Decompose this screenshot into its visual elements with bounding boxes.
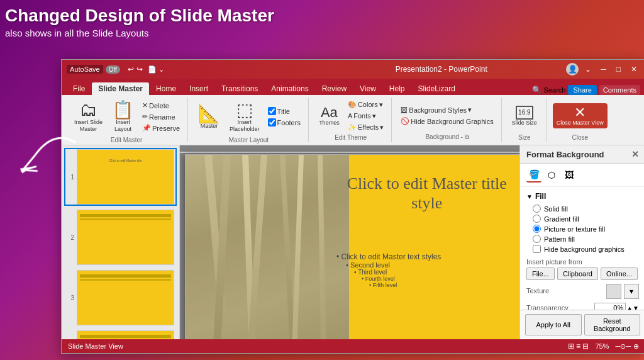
ribbon-group-size: 16:9 Slide Size Size bbox=[503, 98, 547, 142]
hide-bg-btn[interactable]: 🚫 Hide Background Graphics bbox=[398, 116, 496, 127]
share-button[interactable]: Share bbox=[568, 85, 596, 95]
clipboard-btn[interactable]: Clipboard bbox=[557, 267, 598, 280]
pattern-fill-option[interactable]: Pattern fill bbox=[533, 235, 639, 243]
background-dialog-icon[interactable]: ⧉ bbox=[465, 133, 469, 140]
slide-thumb-2[interactable]: 2 bbox=[64, 208, 177, 266]
gradient-fill-option[interactable]: Gradient fill bbox=[533, 215, 639, 223]
edit-theme-label: Edit Theme bbox=[335, 134, 367, 141]
theme-options-col: 🎨 Colors ▾ A Fonts ▾ ✨ Effects ▾ bbox=[345, 99, 386, 133]
annotation-title: Changed Design of Slide Master bbox=[5, 5, 274, 26]
fill-icon[interactable]: 🪣 bbox=[526, 167, 541, 183]
search-label[interactable]: Search bbox=[544, 86, 566, 94]
texture-options-btn[interactable]: ▾ bbox=[624, 284, 639, 299]
transparency-spinner[interactable]: ▲▼ bbox=[626, 305, 639, 310]
hide-bg-label: Hide Background Graphics bbox=[411, 118, 493, 125]
slide-title-area[interactable]: Click to edit Master title style bbox=[330, 174, 519, 213]
slide-thumb-4[interactable]: 4 bbox=[64, 329, 177, 339]
slide-canvas[interactable]: Click to edit Master title style Click t… bbox=[185, 154, 519, 339]
slide-thumb-3[interactable]: 3 bbox=[64, 269, 177, 327]
slide-size-btn[interactable]: 16:9 Slide Size bbox=[508, 103, 541, 129]
effects-label: Effects bbox=[358, 123, 379, 131]
format-panel-title: Format Background bbox=[526, 150, 604, 159]
apply-to-all-btn[interactable]: Apply to All bbox=[525, 314, 582, 335]
reset-background-btn[interactable]: Reset Background bbox=[584, 314, 641, 335]
transparency-label: Transparency bbox=[526, 304, 594, 310]
themes-btn[interactable]: Aa Themes bbox=[315, 103, 343, 128]
colors-btn[interactable]: 🎨 Colors ▾ bbox=[345, 99, 386, 110]
close-master-view-btn[interactable]: ✕ Close Master View bbox=[553, 103, 608, 129]
preserve-btn[interactable]: 📌 Preserve bbox=[140, 123, 182, 133]
picture-fill-radio[interactable] bbox=[533, 225, 541, 233]
texture-row: Texture ▾ bbox=[526, 284, 639, 299]
pattern-fill-radio[interactable] bbox=[533, 235, 541, 243]
solid-fill-option[interactable]: Solid fill bbox=[533, 205, 639, 213]
tab-slide-master[interactable]: Slide Master bbox=[92, 82, 149, 95]
background-styles-icon: 🖼 bbox=[401, 106, 408, 114]
fonts-btn[interactable]: A Fonts ▾ bbox=[345, 111, 386, 121]
minimize-icon[interactable]: ─ bbox=[597, 64, 609, 75]
zoom-level: 75% bbox=[595, 342, 609, 350]
zoom-fit-btn[interactable]: ⊕ bbox=[633, 342, 639, 351]
undo-icon[interactable]: ↩ bbox=[128, 65, 134, 74]
hide-bg-checkbox[interactable] bbox=[533, 245, 541, 253]
comments-button[interactable]: Comments bbox=[599, 85, 640, 95]
master-label: Master bbox=[201, 123, 218, 129]
format-panel-close-btn[interactable]: ✕ bbox=[631, 149, 639, 159]
tab-insert[interactable]: Insert bbox=[183, 82, 214, 95]
tab-review[interactable]: Review bbox=[316, 82, 353, 95]
ribbon-collapse-icon[interactable]: ⌄ bbox=[585, 65, 591, 74]
close-label: Close bbox=[572, 134, 588, 141]
slide-with-ruler: 8 7 6 5 4 3 2 1 | 1 2 3 4 5 6 7 8 bbox=[180, 154, 519, 339]
slide-preview-3 bbox=[77, 270, 174, 325]
picture-icon[interactable]: 🖼 bbox=[562, 167, 577, 183]
maximize-icon[interactable]: □ bbox=[613, 64, 624, 75]
preserve-icon: 📌 bbox=[142, 124, 151, 132]
ruler-h-ticks: -16 -15 -14 -13 -12 -11 -10 -9 -8 -7 -6 … bbox=[180, 152, 373, 153]
rename-btn[interactable]: ✏ Rename bbox=[140, 111, 182, 122]
edit-master-content: 🗂 Insert SlideMaster 📋 InsertLayout ✕ De… bbox=[70, 99, 182, 135]
body-item-4: Fourth level bbox=[362, 276, 519, 282]
picture-texture-fill-option[interactable]: Picture or texture fill bbox=[533, 225, 639, 233]
tab-animations[interactable]: Animations bbox=[265, 82, 314, 95]
delete-btn[interactable]: ✕ Delete bbox=[140, 100, 182, 111]
title-bar-right: 👤 ⌄ ─ □ ✕ bbox=[566, 63, 640, 76]
file-btn[interactable]: File... bbox=[526, 267, 555, 280]
solid-fill-label: Solid fill bbox=[544, 205, 568, 213]
background-styles-btn[interactable]: 🖼 Background Styles ▾ bbox=[398, 104, 496, 115]
hide-bg-graphics-option[interactable]: Hide background graphics bbox=[533, 245, 639, 253]
tab-home[interactable]: Home bbox=[150, 82, 182, 95]
insert-placeholder-btn[interactable]: ⬚ InsertPlaceholder bbox=[226, 99, 264, 135]
tab-transitions[interactable]: Transitions bbox=[215, 82, 264, 95]
close-icon[interactable]: ✕ bbox=[628, 64, 640, 75]
effects-btn[interactable]: ✨ Effects ▾ bbox=[345, 122, 386, 133]
slide-area: -16 -15 -14 -13 -12 -11 -10 -9 -8 -7 -6 … bbox=[180, 145, 519, 339]
redo-icon[interactable]: ↪ bbox=[136, 65, 143, 74]
fill-section-header[interactable]: ▼ Fill bbox=[526, 192, 639, 201]
title-checkbox[interactable]: Title bbox=[265, 106, 303, 116]
effects-icon: ✨ bbox=[348, 123, 357, 132]
tab-file[interactable]: File bbox=[67, 82, 91, 95]
title-check[interactable] bbox=[268, 107, 276, 115]
zoom-slider[interactable]: ─⊙─ bbox=[615, 342, 631, 351]
size-label: Size bbox=[518, 134, 530, 141]
autosave-toggle-off[interactable]: Off bbox=[106, 65, 120, 74]
footers-check[interactable] bbox=[268, 118, 276, 127]
slide-body[interactable]: Click to edit Master text styles Second … bbox=[330, 252, 519, 288]
gradient-fill-label: Gradient fill bbox=[544, 215, 579, 223]
transparency-input[interactable]: 0% bbox=[594, 303, 626, 310]
insert-layout-btn[interactable]: 📋 InsertLayout bbox=[108, 99, 138, 135]
insert-slide-master-btn[interactable]: 🗂 Insert SlideMaster bbox=[70, 99, 106, 135]
effects-icon[interactable]: ⬡ bbox=[544, 167, 559, 183]
gradient-fill-radio[interactable] bbox=[533, 215, 541, 223]
search-icon[interactable]: 🔍 bbox=[532, 86, 541, 94]
solid-fill-radio[interactable] bbox=[533, 205, 541, 213]
edit-theme-content: Aa Themes 🎨 Colors ▾ A Fonts ▾ ✨ Effects… bbox=[315, 99, 386, 133]
footers-checkbox[interactable]: Footers bbox=[265, 117, 303, 128]
online-btn[interactable]: Online... bbox=[601, 267, 638, 280]
fill-label: Fill bbox=[535, 192, 546, 201]
tab-view[interactable]: View bbox=[353, 82, 382, 95]
tab-slidelizard[interactable]: SlideLizard bbox=[412, 82, 462, 95]
master-btn[interactable]: 📐 Master bbox=[194, 103, 224, 132]
annotation-subtitle: also shows in all the Slide Layouts bbox=[5, 28, 274, 38]
tab-help[interactable]: Help bbox=[383, 82, 411, 95]
